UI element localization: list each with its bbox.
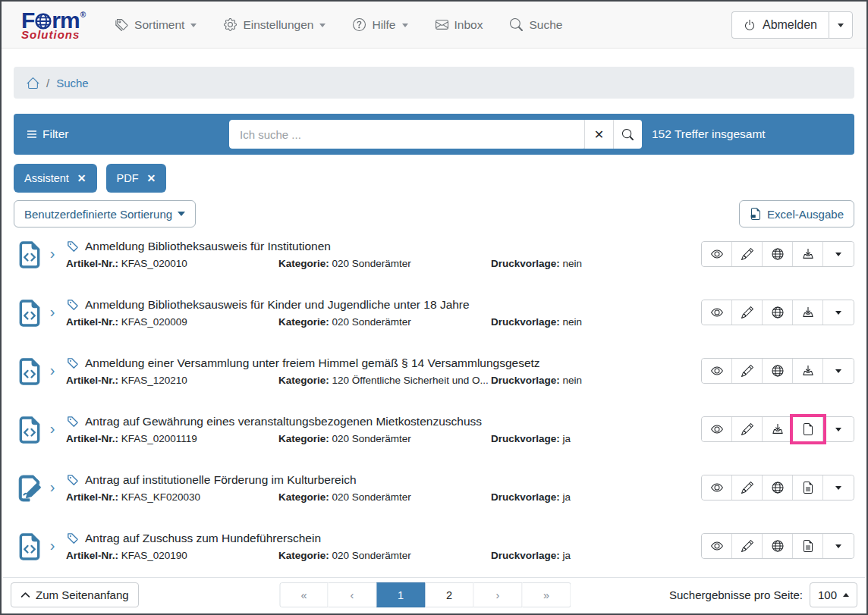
- preview-button[interactable]: [702, 475, 732, 500]
- download-tray-icon: [802, 248, 814, 260]
- file-edit-icon: [17, 472, 42, 504]
- preview-button[interactable]: [702, 359, 732, 383]
- pagination-first-button[interactable]: «: [279, 582, 328, 607]
- edit-button[interactable]: [732, 534, 763, 558]
- logout-button[interactable]: Abmelden: [731, 11, 829, 39]
- chip-pdf[interactable]: PDF ✕: [106, 164, 167, 193]
- result-title[interactable]: Antrag auf institutionelle Förderung im …: [85, 473, 357, 487]
- more-actions-button[interactable]: [823, 242, 854, 266]
- excel-label: Excel-Ausgabe: [767, 208, 844, 221]
- more-actions-button[interactable]: [823, 300, 854, 325]
- result-title[interactable]: Anmeldung Bibliotheksausweis für Institu…: [85, 240, 331, 253]
- more-actions-button[interactable]: [823, 475, 854, 500]
- result-title[interactable]: Antrag auf Gewährung eines veranstaltung…: [85, 415, 482, 428]
- web-button[interactable]: [763, 359, 793, 383]
- home-icon[interactable]: [27, 77, 39, 89]
- web-button[interactable]: [763, 300, 793, 325]
- remove-chip-icon[interactable]: ✕: [147, 172, 156, 184]
- search-button[interactable]: [613, 120, 642, 149]
- table-row: › Antrag auf Gewährung eines veranstaltu…: [14, 409, 854, 467]
- pagination-page-2[interactable]: 2: [425, 582, 473, 607]
- nav-item-hilfe[interactable]: Hilfe: [353, 18, 407, 32]
- edit-button[interactable]: [732, 300, 763, 325]
- eye-icon: [711, 482, 723, 494]
- remove-chip-icon[interactable]: ✕: [77, 172, 86, 184]
- download-button[interactable]: [793, 242, 823, 266]
- filter-bar: Filter ✕ 152 Treffer insgesamt: [14, 114, 854, 155]
- navbar: Frm® Solutions Sortiment Einstellungen H…: [2, 2, 866, 49]
- nav-item-inbox[interactable]: Inbox: [436, 18, 483, 32]
- edit-button[interactable]: [732, 359, 763, 383]
- app-logo[interactable]: Frm® Solutions: [21, 9, 85, 40]
- table-row: › Antrag auf institutionelle Förderung i…: [14, 467, 854, 526]
- template-label: Druckvorlage:: [491, 491, 560, 503]
- chip-assistent[interactable]: Assistent ✕: [14, 164, 97, 193]
- article-label: Artikel-Nr.:: [66, 433, 118, 444]
- logout-dropdown-button[interactable]: [829, 11, 853, 39]
- file-text-icon: [802, 540, 814, 552]
- edit-button[interactable]: [732, 242, 763, 266]
- document-button[interactable]: [793, 534, 823, 558]
- download-button[interactable]: [793, 359, 823, 383]
- filter-toggle-button[interactable]: Filter: [26, 127, 229, 141]
- pencil-icon: [741, 423, 753, 435]
- preview-button[interactable]: [702, 242, 732, 266]
- chevron-down-icon: [838, 24, 844, 27]
- pagination: « ‹ 1 2 › »: [279, 582, 571, 607]
- row-actions: [701, 358, 854, 384]
- article-value: KFAS_020009: [121, 316, 187, 328]
- document-button[interactable]: [793, 475, 823, 500]
- web-button[interactable]: [763, 475, 793, 500]
- web-button[interactable]: [763, 242, 793, 266]
- excel-export-button[interactable]: Excel-Ausgabe: [739, 200, 854, 227]
- pagination-prev-button[interactable]: ‹: [328, 582, 376, 607]
- expand-chevron-icon[interactable]: ›: [42, 356, 62, 384]
- article-value: KFAS_020010: [121, 258, 187, 269]
- results-toolbar: Benutzerdefinierte Sortierung Excel-Ausg…: [14, 200, 854, 227]
- search-input[interactable]: [229, 120, 584, 149]
- download-button[interactable]: [763, 417, 793, 441]
- search-icon: [510, 18, 523, 31]
- edit-button[interactable]: [732, 417, 763, 441]
- result-title[interactable]: Anmeldung einer Versammlung unter freiem…: [85, 356, 540, 370]
- breadcrumb-current[interactable]: Suche: [56, 77, 89, 89]
- expand-chevron-icon[interactable]: ›: [42, 531, 62, 560]
- clear-search-button[interactable]: ✕: [584, 120, 613, 149]
- filter-label: Filter: [42, 127, 68, 141]
- more-actions-button[interactable]: [823, 359, 854, 383]
- sort-dropdown-button[interactable]: Benutzerdefinierte Sortierung: [14, 200, 196, 227]
- pagination-last-button[interactable]: »: [522, 582, 571, 607]
- pagination-page-1[interactable]: 1: [376, 582, 425, 607]
- result-title[interactable]: Anmeldung Bibliotheksausweis für Kinder …: [85, 298, 470, 312]
- web-button[interactable]: [763, 534, 793, 558]
- tag-icon: [66, 356, 80, 370]
- scroll-to-top-button[interactable]: Zum Seitenanfang: [11, 582, 139, 607]
- per-page-select[interactable]: 100: [810, 582, 857, 607]
- nav-item-einstellungen[interactable]: Einstellungen: [224, 18, 326, 32]
- more-actions-button[interactable]: [823, 534, 854, 558]
- preview-button[interactable]: [702, 300, 732, 325]
- result-meta: Artikel-Nr.: KFAS_120210 Kategorie: 120 …: [66, 375, 701, 386]
- document-button-highlighted[interactable]: [793, 417, 823, 441]
- expand-chevron-icon[interactable]: ›: [42, 472, 62, 501]
- expand-chevron-icon[interactable]: ›: [42, 414, 62, 443]
- download-button[interactable]: [793, 300, 823, 325]
- file-code-icon: [17, 239, 42, 271]
- search-icon: [622, 129, 634, 140]
- nav-item-sortiment[interactable]: Sortiment: [115, 18, 197, 32]
- expand-chevron-icon[interactable]: ›: [42, 239, 62, 268]
- envelope-icon: [436, 18, 448, 31]
- gear-icon: [224, 18, 237, 31]
- category-value: 020 Sonderämter: [332, 491, 411, 503]
- preview-button[interactable]: [702, 417, 732, 441]
- edit-button[interactable]: [732, 475, 763, 500]
- pagination-next-button[interactable]: ›: [473, 582, 522, 607]
- nav-item-suche[interactable]: Suche: [510, 18, 562, 32]
- result-title[interactable]: Antrag auf Zuschuss zum Hundeführerschei…: [85, 532, 321, 545]
- expand-chevron-icon[interactable]: ›: [42, 297, 62, 326]
- template-value: ja: [563, 433, 571, 444]
- row-actions: [701, 475, 854, 500]
- row-actions: [701, 300, 854, 325]
- preview-button[interactable]: [702, 534, 732, 558]
- more-actions-button[interactable]: [823, 417, 854, 441]
